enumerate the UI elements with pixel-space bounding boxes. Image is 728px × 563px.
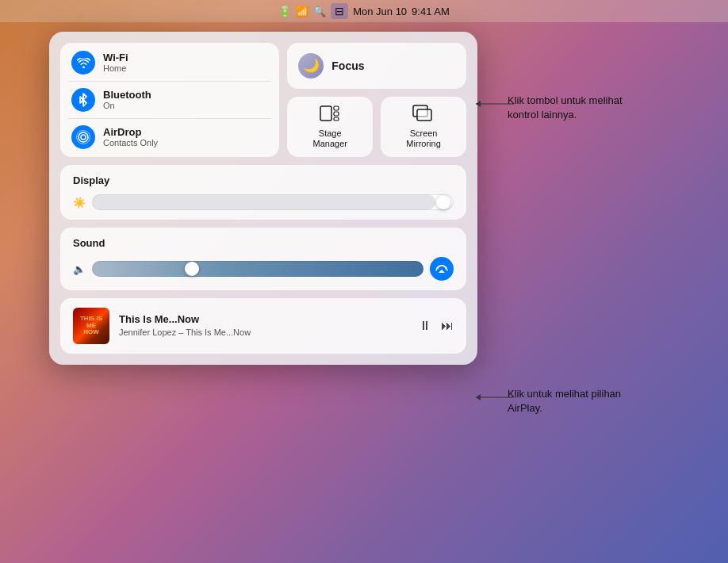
bluetooth-item[interactable]: Bluetooth On: [71, 88, 268, 112]
conn-divider-2: [68, 118, 271, 119]
annotation-bottom: Klik untuk melihat pilihan AirPlay.: [508, 387, 642, 416]
conn-divider-1: [68, 81, 271, 82]
svg-rect-10: [334, 112, 339, 116]
music-artist: Jennifer Lopez – This Is Me...Now: [119, 327, 409, 338]
wifi-menu-icon: 📶: [296, 6, 308, 17]
airdrop-sub: Contacts Only: [103, 138, 158, 148]
search-icon[interactable]: 🔍: [313, 6, 326, 17]
focus-label: Focus: [331, 59, 364, 72]
bluetooth-label: Bluetooth: [103, 89, 151, 101]
volume-slider[interactable]: [92, 261, 423, 277]
bluetooth-icon: [71, 88, 95, 112]
display-title: Display: [73, 174, 454, 186]
wifi-icon: [71, 51, 95, 75]
airdrop-text: AirDrop Contacts Only: [103, 126, 158, 149]
stage-screen-row: StageManager ScreenMirroring: [287, 97, 466, 157]
stage-manager-icon: [320, 105, 340, 125]
stage-manager-label: StageManager: [313, 128, 347, 149]
sound-section: Sound 🔈: [60, 228, 466, 290]
music-controls: ⏸ ⏭: [419, 319, 454, 333]
battery-icon: 🔋: [278, 6, 291, 17]
wifi-label: Wi-Fi: [103, 52, 128, 64]
connectivity-block: Wi-Fi Home Blu: [60, 43, 279, 157]
right-column: 🌙 Focus StageManager: [287, 43, 466, 157]
svg-point-5: [81, 135, 86, 140]
stage-manager-button[interactable]: StageManager: [287, 97, 373, 157]
brightness-slider[interactable]: [92, 194, 454, 210]
bluetooth-sub: On: [103, 101, 151, 111]
menubar-time: 9:41 AM: [412, 6, 450, 17]
bluetooth-text: Bluetooth On: [103, 89, 151, 112]
menubar-center: 🔋 📶 🔍 ⊟ Mon Jun 10 9:41 AM: [278, 3, 450, 19]
sound-title: Sound: [73, 237, 454, 249]
svg-rect-13: [417, 109, 431, 121]
airdrop-label: AirDrop: [103, 126, 158, 139]
screen-mirroring-label: ScreenMirroring: [406, 128, 440, 149]
focus-moon-icon: 🌙: [298, 53, 324, 79]
control-center-panel: Wi-Fi Home Blu: [49, 32, 477, 365]
skip-forward-button[interactable]: ⏭: [441, 319, 454, 333]
control-center-icon[interactable]: ⊟: [331, 3, 348, 19]
display-slider-row: ☀️: [73, 194, 454, 210]
brightness-thumb[interactable]: [436, 195, 450, 209]
focus-button[interactable]: 🌙 Focus: [287, 43, 466, 89]
screen-mirroring-button[interactable]: ScreenMirroring: [381, 97, 466, 157]
svg-rect-8: [320, 106, 331, 121]
wifi-text: Wi-Fi Home: [103, 52, 128, 75]
top-row: Wi-Fi Home Blu: [60, 43, 466, 157]
svg-point-6: [79, 132, 88, 142]
screen-mirroring-icon: [412, 105, 435, 125]
svg-rect-11: [334, 117, 339, 121]
menubar: 🔋 📶 🔍 ⊟ Mon Jun 10 9:41 AM: [0, 0, 728, 22]
annotation-bottom-arrow: [476, 396, 515, 398]
airdrop-icon: [71, 125, 95, 149]
music-title: This Is Me...Now: [119, 313, 409, 327]
music-section: THIS ISMENOW This Is Me...Now Jennifer L…: [60, 298, 466, 354]
annotation-top-arrow: [476, 103, 515, 105]
wifi-sub: Home: [103, 63, 128, 74]
airdrop-item[interactable]: AirDrop Contacts Only: [71, 125, 268, 149]
volume-icon: 🔈: [73, 263, 86, 275]
annotation-bottom-text: Klik untuk melihat pilihan AirPlay.: [508, 387, 642, 416]
annotation-top-text: Klik tombol untuk melihat kontrol lainny…: [508, 94, 642, 122]
pause-button[interactable]: ⏸: [419, 319, 431, 333]
display-section: Display ☀️: [60, 165, 466, 220]
album-art-text: THIS ISMENOW: [79, 314, 104, 338]
airplay-button[interactable]: [430, 257, 454, 281]
wifi-item[interactable]: Wi-Fi Home: [71, 51, 268, 75]
album-art: THIS ISMENOW: [73, 308, 109, 344]
svg-rect-9: [334, 106, 339, 110]
volume-thumb[interactable]: [185, 262, 199, 276]
sound-slider-row: 🔈: [73, 257, 454, 281]
brightness-low-icon: ☀️: [73, 197, 86, 209]
annotation-top: Klik tombol untuk melihat kontrol lainny…: [508, 94, 642, 122]
menubar-date: Mon Jun 10: [353, 6, 407, 17]
music-info: This Is Me...Now Jennifer Lopez – This I…: [119, 313, 409, 338]
svg-marker-17: [476, 394, 481, 400]
